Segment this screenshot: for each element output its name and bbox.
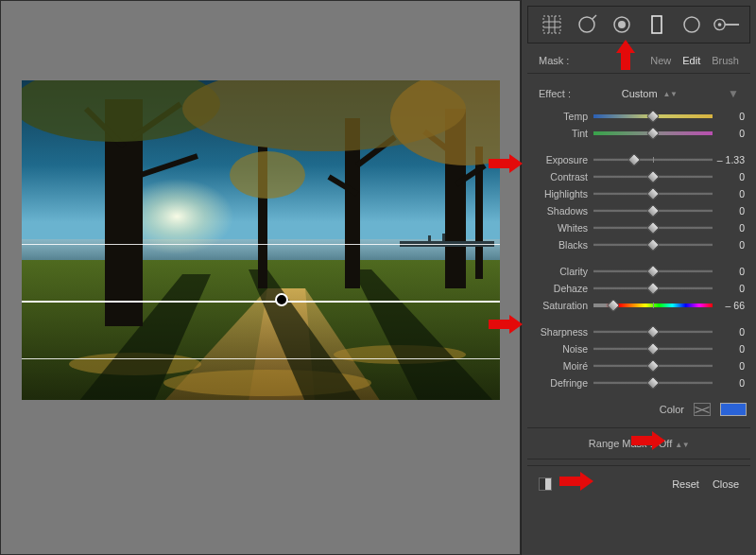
chevron-updown-icon: ▲▼ xyxy=(663,90,678,98)
slider-shadows-value[interactable]: 0 xyxy=(713,205,745,217)
radial-filter-tool[interactable] xyxy=(679,11,705,38)
slider-whites-value[interactable]: 0 xyxy=(713,222,745,234)
effect-dropdown[interactable]: Custom ▲▼ xyxy=(622,88,678,99)
slider-highlights-value[interactable]: 0 xyxy=(713,188,745,199)
spot-tool[interactable] xyxy=(574,11,600,38)
redeye-tool[interactable] xyxy=(609,11,635,38)
mask-label: Mask : xyxy=(539,55,569,66)
slider-moire: Moiré0 xyxy=(533,357,745,374)
slider-defringe-value[interactable]: 0 xyxy=(713,377,745,389)
svg-rect-32 xyxy=(652,16,662,33)
reset-button[interactable]: Reset xyxy=(672,478,699,490)
slider-tint-label: Tint xyxy=(533,128,593,139)
disclosure-triangle-icon[interactable]: ▼ xyxy=(728,87,739,100)
chevron-updown-icon: ▲▼ xyxy=(675,441,689,449)
slider-defringe-label: Defringe xyxy=(533,377,593,389)
slider-tint-value[interactable]: 0 xyxy=(713,128,745,139)
svg-point-31 xyxy=(618,21,626,28)
crop-tool[interactable] xyxy=(539,11,565,38)
slider-contrast-label: Contrast xyxy=(533,171,593,182)
slider-sharpness: Sharpness0 xyxy=(533,323,745,340)
slider-shadows-label: Shadows xyxy=(533,205,593,217)
invert-mask-icon[interactable] xyxy=(539,477,552,491)
slider-whites-label: Whites xyxy=(533,222,593,234)
svg-point-33 xyxy=(684,17,699,32)
slider-highlights: Highlights0 xyxy=(533,185,745,202)
svg-rect-36 xyxy=(725,24,739,26)
slider-exposure-track[interactable] xyxy=(593,154,713,165)
slider-sharpness-track[interactable] xyxy=(593,326,713,338)
gradient-pin[interactable] xyxy=(275,293,288,306)
color-none-icon[interactable] xyxy=(694,403,711,416)
slider-exposure: Exposure– 1.33 xyxy=(533,151,745,168)
color-label: Color xyxy=(660,404,684,415)
tab-brush[interactable]: Brush xyxy=(712,55,739,66)
tab-edit[interactable]: Edit xyxy=(682,55,700,66)
color-swatch[interactable] xyxy=(720,403,747,416)
slider-temp-value[interactable]: 0 xyxy=(713,111,745,122)
slider-noise-label: Noise xyxy=(533,343,593,355)
slider-exposure-value[interactable]: – 1.33 xyxy=(713,154,745,165)
slider-clarity-value[interactable]: 0 xyxy=(713,266,745,277)
slider-contrast-value[interactable]: 0 xyxy=(713,171,745,182)
slider-exposure-label: Exposure xyxy=(533,154,593,165)
brush-tool[interactable] xyxy=(713,11,740,38)
slider-noise-value[interactable]: 0 xyxy=(713,343,745,355)
slider-clarity-track[interactable] xyxy=(593,266,713,277)
slider-saturation-value[interactable]: – 66 xyxy=(713,300,745,311)
canvas-pane xyxy=(0,0,521,555)
gradient-guide-top[interactable] xyxy=(22,244,500,245)
slider-tint: Tint0 xyxy=(533,125,745,142)
slider-moire-label: Moiré xyxy=(533,360,593,372)
gradient-guide-bottom[interactable] xyxy=(22,358,500,359)
slider-saturation: Saturation– 66 xyxy=(533,297,745,314)
tab-new[interactable]: New xyxy=(650,55,671,66)
slider-defringe-track[interactable] xyxy=(593,377,713,389)
mask-tabs: New Edit Brush xyxy=(650,55,739,66)
slider-moire-track[interactable] xyxy=(593,360,713,372)
gradient-guide-mid[interactable] xyxy=(22,301,500,303)
slider-highlights-label: Highlights xyxy=(533,188,593,199)
slider-whites: Whites0 xyxy=(533,219,745,236)
slider-shadows: Shadows0 xyxy=(533,202,745,219)
slider-whites-track[interactable] xyxy=(593,222,713,234)
svg-point-20 xyxy=(230,151,305,199)
slider-clarity-label: Clarity xyxy=(533,266,593,277)
effect-value: Custom xyxy=(622,88,658,99)
slider-tint-track[interactable] xyxy=(593,128,713,139)
slider-sharpness-label: Sharpness xyxy=(533,326,593,338)
slider-dehaze-label: Dehaze xyxy=(533,283,593,294)
slider-shadows-track[interactable] xyxy=(593,205,713,217)
slider-blacks: Blacks0 xyxy=(533,236,745,253)
mask-row: Mask : New Edit Brush xyxy=(527,47,750,74)
slider-blacks-track[interactable] xyxy=(593,239,713,251)
svg-point-35 xyxy=(717,23,721,26)
slider-moire-value[interactable]: 0 xyxy=(713,360,745,372)
slider-dehaze: Dehaze0 xyxy=(533,280,745,297)
slider-temp-track[interactable] xyxy=(593,111,713,122)
svg-point-29 xyxy=(579,17,594,32)
slider-noise: Noise0 xyxy=(533,340,745,357)
close-button[interactable]: Close xyxy=(713,478,739,490)
slider-highlights-track[interactable] xyxy=(593,188,713,199)
slider-dehaze-track[interactable] xyxy=(593,283,713,294)
svg-rect-24 xyxy=(543,16,560,33)
slider-sharpness-value[interactable]: 0 xyxy=(713,326,745,338)
effect-label: Effect : xyxy=(539,88,571,99)
slider-saturation-track[interactable] xyxy=(593,300,713,311)
slider-blacks-label: Blacks xyxy=(533,239,593,251)
slider-contrast-track[interactable] xyxy=(593,171,713,182)
svg-rect-22 xyxy=(428,235,431,243)
local-tools-row xyxy=(527,6,750,43)
image-preview[interactable] xyxy=(22,80,500,400)
slider-blacks-value[interactable]: 0 xyxy=(713,239,745,251)
develop-panel: Mask : New Edit Brush Effect : Custom ▲▼… xyxy=(521,0,756,555)
slider-defringe: Defringe0 xyxy=(533,374,745,391)
graduated-filter-tool[interactable] xyxy=(644,11,670,38)
slider-temp-label: Temp xyxy=(533,111,593,122)
slider-temp: Temp0 xyxy=(533,108,745,125)
slider-noise-track[interactable] xyxy=(593,343,713,355)
effect-row: Effect : Custom ▲▼ ▼ xyxy=(527,81,750,106)
slider-dehaze-value[interactable]: 0 xyxy=(713,283,745,294)
color-row: Color xyxy=(531,397,747,422)
